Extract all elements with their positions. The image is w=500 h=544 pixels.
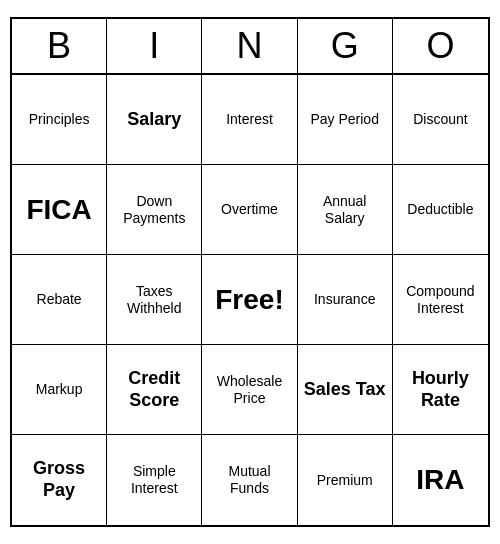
bingo-cell-20: Gross Pay bbox=[12, 435, 107, 525]
bingo-cell-5: FICA bbox=[12, 165, 107, 255]
bingo-cell-4: Discount bbox=[393, 75, 488, 165]
bingo-cell-18: Sales Tax bbox=[298, 345, 393, 435]
bingo-cell-7: Overtime bbox=[202, 165, 297, 255]
bingo-cell-21: Simple Interest bbox=[107, 435, 202, 525]
bingo-cell-12: Free! bbox=[202, 255, 297, 345]
bingo-cell-13: Insurance bbox=[298, 255, 393, 345]
bingo-cell-14: Compound Interest bbox=[393, 255, 488, 345]
bingo-cell-24: IRA bbox=[393, 435, 488, 525]
bingo-cell-10: Rebate bbox=[12, 255, 107, 345]
bingo-cell-17: Wholesale Price bbox=[202, 345, 297, 435]
bingo-cell-1: Salary bbox=[107, 75, 202, 165]
bingo-cell-11: Taxes Withheld bbox=[107, 255, 202, 345]
header-letter-N: N bbox=[202, 19, 297, 73]
bingo-cell-16: Credit Score bbox=[107, 345, 202, 435]
header-letter-B: B bbox=[12, 19, 107, 73]
header-letter-I: I bbox=[107, 19, 202, 73]
bingo-header: BINGO bbox=[12, 19, 488, 75]
bingo-cell-0: Principles bbox=[12, 75, 107, 165]
bingo-cell-2: Interest bbox=[202, 75, 297, 165]
bingo-cell-6: Down Payments bbox=[107, 165, 202, 255]
bingo-cell-15: Markup bbox=[12, 345, 107, 435]
bingo-cell-8: Annual Salary bbox=[298, 165, 393, 255]
bingo-grid: PrinciplesSalaryInterestPay PeriodDiscou… bbox=[12, 75, 488, 525]
bingo-cell-22: Mutual Funds bbox=[202, 435, 297, 525]
bingo-cell-23: Premium bbox=[298, 435, 393, 525]
bingo-cell-9: Deductible bbox=[393, 165, 488, 255]
bingo-cell-19: Hourly Rate bbox=[393, 345, 488, 435]
bingo-cell-3: Pay Period bbox=[298, 75, 393, 165]
header-letter-G: G bbox=[298, 19, 393, 73]
header-letter-O: O bbox=[393, 19, 488, 73]
bingo-card: BINGO PrinciplesSalaryInterestPay Period… bbox=[10, 17, 490, 527]
